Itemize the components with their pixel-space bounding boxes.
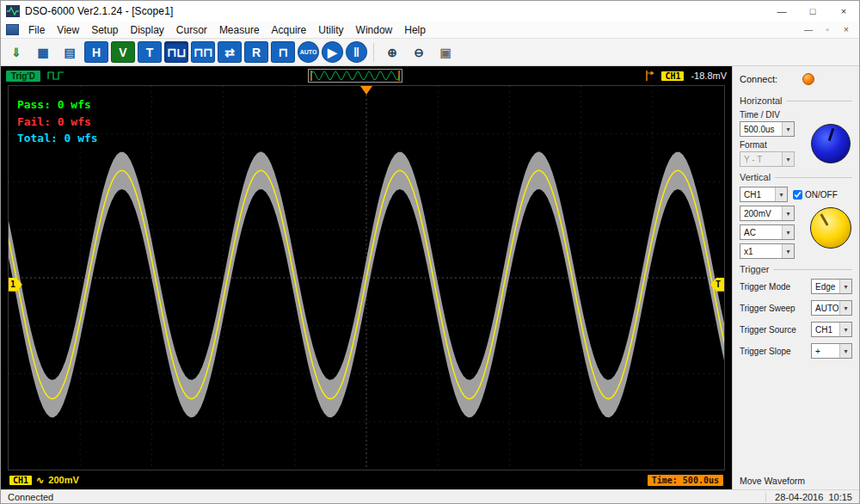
scope1-window-icon[interactable]: [6, 24, 19, 35]
trigger-sweep-label: Trigger Sweep: [740, 304, 796, 313]
app-icon: [6, 4, 20, 18]
horizontal-setup-button[interactable]: H: [84, 41, 108, 63]
pass-count: Pass: 0 wfs: [17, 98, 91, 111]
pass-fail-button[interactable]: ⊓⊔: [164, 41, 188, 63]
channel-onoff: ON/OFF: [793, 190, 838, 200]
maximize-button[interactable]: □: [797, 1, 828, 22]
menu-file[interactable]: File: [22, 22, 51, 38]
trigger-position-marker[interactable]: [360, 86, 372, 95]
scope-status-row: Trig'D CH1 -18.8mV: [1, 66, 732, 85]
trigger-slope-select[interactable]: +▾: [811, 343, 852, 359]
waveform-record-button[interactable]: ⊓⊓: [191, 41, 215, 63]
trigger-setup-button[interactable]: T: [138, 41, 162, 63]
horizontal-controls: Time / DIV 500.0us ▾ Format Y - T ▾: [740, 110, 852, 167]
chevron-down-icon: ▾: [782, 122, 794, 136]
chevron-down-icon: ▾: [782, 152, 794, 166]
mdi-restore-button[interactable]: ▫: [818, 25, 837, 34]
menu-acquire[interactable]: Acquire: [266, 22, 313, 38]
scope-readout-row: CH1 ∿ 200mV Time: 500.0us: [1, 470, 732, 489]
horizontal-section-title: Horizontal: [740, 95, 783, 106]
toolbar-separator: [373, 43, 374, 62]
import-button[interactable]: ⇓: [4, 41, 28, 63]
chevron-down-icon: ▾: [775, 187, 787, 201]
menu-cursor[interactable]: Cursor: [170, 22, 213, 38]
section-divider: [773, 269, 852, 270]
refresh-button[interactable]: R: [244, 41, 268, 63]
main-content: Trig'D CH1 -18.8mV: [1, 66, 859, 489]
trigger-source-select[interactable]: CH1▾: [811, 322, 852, 337]
time-div-label: Time / DIV: [740, 110, 852, 120]
menu-bar: FileViewSetupDisplayCursorMeasureAcquire…: [1, 22, 859, 39]
scope-display[interactable]: 1 T Pass: 0 wfs Fail: 0 wfs Total: 0 wfs: [8, 85, 725, 470]
close-button[interactable]: ×: [828, 1, 859, 22]
menu-measure[interactable]: Measure: [213, 22, 266, 38]
connect-row: Connect:: [740, 71, 852, 90]
coupling-indicator: ∿: [36, 475, 44, 486]
chevron-down-icon: ▾: [839, 280, 851, 293]
coupling-select[interactable]: AC ▾: [740, 224, 795, 240]
connect-indicator[interactable]: [802, 73, 814, 85]
time-per-div-readout: Time: 500.0us: [648, 475, 723, 486]
onoff-label: ON/OFF: [805, 190, 838, 200]
waveform-preview-svg: [310, 70, 400, 82]
trigger-mode-select[interactable]: Edge▾: [811, 279, 852, 294]
volts-div-select[interactable]: 200mV ▾: [740, 206, 795, 221]
menu-utility[interactable]: Utility: [312, 22, 349, 38]
vertical-section-title: Vertical: [740, 172, 771, 182]
trigger-mode-label: Trigger Mode: [740, 282, 790, 292]
menu-items: FileViewSetupDisplayCursorMeasureAcquire…: [22, 22, 432, 38]
application-window: DSO-6000 Ver2.1.24 - [Scope1] — □ × File…: [0, 0, 860, 504]
chevron-down-icon: ▾: [782, 244, 794, 258]
vertical-controls: CH1 ▾ ON/OFF 200mV ▾ AC ▾: [740, 187, 852, 259]
total-count: Total: 0 wfs: [17, 132, 98, 144]
onoff-checkbox[interactable]: [793, 190, 802, 200]
cursor-measure-button[interactable]: ⊓: [271, 41, 295, 63]
pause-button[interactable]: ‖: [346, 41, 367, 63]
menu-setup[interactable]: Setup: [85, 22, 124, 38]
minimize-button[interactable]: —: [766, 1, 797, 22]
chevron-down-icon: ▾: [839, 323, 851, 336]
mdi-minimize-button[interactable]: —: [799, 25, 818, 34]
pass-fail-mask-band: [9, 151, 724, 417]
horizontal-section-header: Horizontal: [740, 95, 852, 106]
zoom-out-button[interactable]: ⊖: [407, 41, 431, 63]
vertical-knob[interactable]: [810, 207, 851, 249]
control-panel: Connect: Horizontal Time / DIV 500.0us ▾…: [732, 66, 859, 489]
menu-view[interactable]: View: [51, 22, 85, 38]
vertical-setup-button[interactable]: V: [111, 41, 135, 63]
save-button[interactable]: ▦: [31, 41, 55, 63]
horizontal-knob[interactable]: [811, 124, 851, 163]
ch1-badge: CH1: [661, 71, 684, 81]
autoset-button[interactable]: AUTO: [298, 41, 319, 63]
print-button[interactable]: ▤: [58, 41, 82, 63]
svg-text:1: 1: [10, 280, 15, 289]
format-select[interactable]: Y - T ▾: [740, 151, 795, 167]
trigger-level-icon: [645, 70, 654, 82]
menu-display[interactable]: Display: [125, 22, 170, 38]
move-waveform-label: Move Waveform: [740, 476, 805, 486]
trigger-sweep-row: Trigger SweepAUTO▾: [740, 300, 852, 316]
run-button[interactable]: ▶: [322, 41, 343, 63]
title-bar: DSO-6000 Ver2.1.24 - [Scope1] — □ ×: [1, 1, 859, 22]
xy-mode-button[interactable]: ⇄: [218, 41, 242, 63]
trigger-type-icon: [47, 71, 64, 81]
trigger-mode-row: Trigger ModeEdge▾: [740, 279, 852, 294]
mdi-window-controls: — ▫ ×: [799, 25, 856, 34]
screen-copy-button[interactable]: ▣: [433, 41, 458, 63]
menu-help[interactable]: Help: [398, 22, 432, 38]
menu-window[interactable]: Window: [350, 22, 399, 38]
fail-count: Fail: 0 wfs: [17, 115, 91, 128]
chevron-down-icon: ▾: [839, 301, 851, 315]
probe-select[interactable]: x1 ▾: [740, 243, 795, 259]
time-div-select[interactable]: 500.0us ▾: [740, 121, 795, 137]
section-divider: [775, 177, 852, 178]
mdi-close-button[interactable]: ×: [837, 25, 856, 34]
chevron-down-icon: ▾: [782, 206, 794, 220]
trigger-section-header: Trigger: [740, 264, 852, 274]
scope-grid-svg: 1 T Pass: 0 wfs Fail: 0 wfs Total: 0 wfs: [9, 86, 724, 470]
channel-select[interactable]: CH1 ▾: [740, 187, 788, 202]
trigger-sweep-select[interactable]: AUTO▾: [811, 300, 852, 316]
zoom-in-button[interactable]: ⊕: [380, 41, 404, 63]
trigger-section-title: Trigger: [740, 264, 769, 274]
waveform-preview[interactable]: [308, 69, 402, 83]
